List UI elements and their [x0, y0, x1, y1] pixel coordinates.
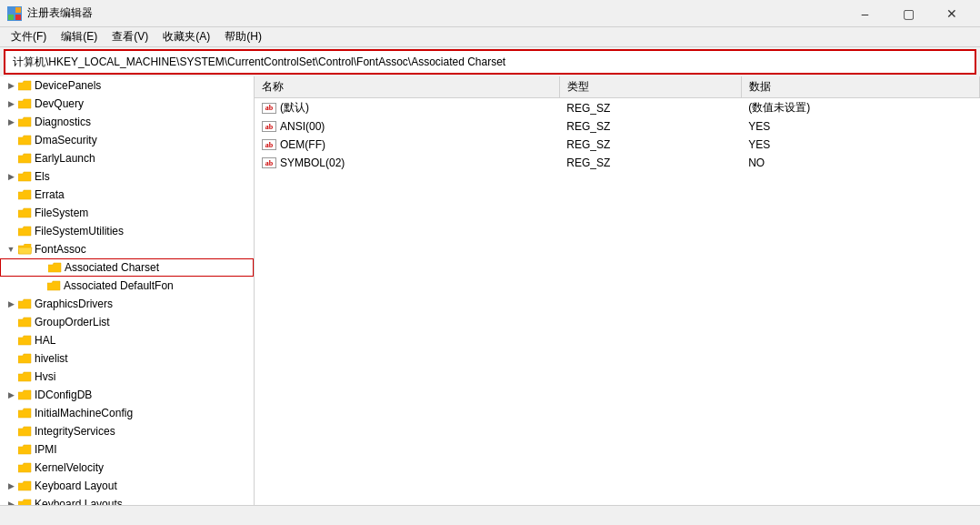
tree-label-hal: HAL [35, 334, 55, 347]
tree-label-errata: Errata [35, 188, 65, 201]
col-type[interactable]: 类型 [559, 76, 741, 98]
tree-label-devicepanels: DevicePanels [35, 79, 101, 92]
tree-label-associateddefaultfon: Associated DefaultFon [64, 279, 174, 292]
tree-label-grouporderlist: GroupOrderList [35, 316, 110, 328]
tree-folder-icon [18, 315, 33, 329]
cell-name: abOEM(FF) [255, 136, 559, 154]
tree-folder-icon [18, 151, 33, 166]
tree-item-devquery[interactable]: DevQuery [0, 95, 254, 113]
tree-item-graphicsdrivers[interactable]: GraphicsDrivers [0, 295, 254, 313]
tree-item-filesystem[interactable]: FileSystem [0, 204, 254, 222]
tree-label-diagnostics: Diagnostics [35, 116, 91, 128]
tree-item-dmasecurity[interactable]: DmaSecurity [0, 131, 254, 149]
tree-arrow-filesystemutilities [4, 224, 18, 238]
tree-item-earlylaunch[interactable]: EarlyLaunch [0, 149, 254, 167]
tree-item-kernelvelocity[interactable]: KernelVelocity [0, 459, 254, 477]
tree-item-filesystemutilities[interactable]: FileSystemUtilities [0, 222, 254, 240]
cell-name: abSYMBOL(02) [255, 154, 559, 172]
tree-arrow-fontassoc [4, 242, 18, 257]
tree-item-ipmi[interactable]: IPMI [0, 440, 254, 459]
tree-folder-icon [18, 78, 33, 93]
tree-item-integrityservices[interactable]: IntegrityServices [0, 422, 254, 440]
tree-arrow-graphicsdrivers [4, 297, 18, 311]
tree-label-filesystem: FileSystem [35, 207, 88, 219]
tree-arrow-associateddefaultfon [33, 278, 47, 293]
tree-label-hivelist: hivelist [35, 352, 68, 365]
tree-arrow-ipmi [4, 442, 18, 457]
tree-arrow-kernelvelocity [4, 460, 18, 475]
tree-label-earlylaunch: EarlyLaunch [35, 152, 95, 165]
registry-table: 名称 类型 数据 ab(默认)REG_SZ(数值未设置)abANSI(00)RE… [255, 76, 980, 172]
title-bar: 注册表编辑器 ‒ ▢ ✕ [0, 0, 980, 27]
cell-type: REG_SZ [559, 136, 741, 154]
tree-item-hvsi[interactable]: Hvsi [0, 368, 254, 386]
tree-item-hivelist[interactable]: hivelist [0, 349, 254, 368]
tree-folder-icon [18, 297, 33, 311]
tree-item-hal[interactable]: HAL [0, 331, 254, 349]
tree-item-diagnostics[interactable]: Diagnostics [0, 113, 254, 131]
cell-data: NO [741, 154, 979, 172]
tree-label-idconfigdb: IDConfigDB [35, 389, 92, 401]
tree-item-keyboardlayouts[interactable]: Keyboard Layouts [0, 495, 254, 505]
menu-item-v[interactable]: 查看(V) [105, 27, 155, 46]
tree-folder-icon [18, 388, 33, 402]
app-icon [7, 6, 22, 21]
tree-item-fontassoc[interactable]: FontAssoc [0, 240, 254, 258]
tree-item-associateddefaultfon[interactable]: Associated DefaultFon [0, 277, 254, 295]
cell-data: YES [741, 117, 979, 136]
tree-item-errata[interactable]: Errata [0, 186, 254, 204]
maximize-button[interactable]: ▢ [887, 0, 929, 27]
col-data[interactable]: 数据 [741, 76, 979, 98]
title-controls: ‒ ▢ ✕ [844, 0, 973, 27]
cell-name: abANSI(00) [255, 117, 559, 136]
menu-bar: 文件(F)编辑(E)查看(V)收藏夹(A)帮助(H) [0, 27, 980, 47]
tree-folder-icon [47, 278, 62, 293]
cell-data: YES [741, 136, 979, 154]
menu-item-f[interactable]: 文件(F) [4, 27, 54, 46]
tree-folder-icon [18, 224, 33, 238]
tree-item-initialmachineconfig[interactable]: InitialMachineConfig [0, 404, 254, 422]
tree-folder-icon [18, 242, 33, 257]
svg-rect-1 [15, 7, 21, 13]
tree-item-els[interactable]: Els [0, 167, 254, 186]
tree-item-keyboardlayout[interactable]: Keyboard Layout [0, 477, 254, 495]
tree-item-idconfigdb[interactable]: IDConfigDB [0, 386, 254, 404]
menu-item-a[interactable]: 收藏夹(A) [155, 27, 217, 46]
close-button[interactable]: ✕ [931, 0, 973, 27]
tree-arrow-associatedcharset [34, 260, 48, 275]
title-bar-left: 注册表编辑器 [7, 5, 93, 21]
cell-type: REG_SZ [559, 117, 741, 136]
tree-arrow-els [4, 169, 18, 184]
tree-folder-icon [18, 187, 33, 202]
cell-name: ab(默认) [255, 98, 559, 118]
tree-arrow-idconfigdb [4, 388, 18, 402]
table-row[interactable]: abSYMBOL(02)REG_SZNO [255, 154, 980, 172]
tree-label-keyboardlayout: Keyboard Layout [35, 480, 117, 492]
tree-item-associatedcharset[interactable]: Associated Charset [0, 258, 254, 277]
tree-panel[interactable]: DevicePanelsDevQueryDiagnosticsDmaSecuri… [0, 76, 255, 505]
tree-arrow-keyboardlayout [4, 479, 18, 493]
tree-folder-icon [18, 497, 33, 505]
tree-arrow-hvsi [4, 369, 18, 384]
tree-folder-icon [18, 351, 33, 366]
tree-label-keyboardlayouts: Keyboard Layouts [35, 498, 123, 505]
tree-item-devicepanels[interactable]: DevicePanels [0, 76, 254, 95]
minimize-button[interactable]: ‒ [844, 0, 885, 27]
tree-label-initialmachineconfig: InitialMachineConfig [35, 407, 133, 419]
table-row[interactable]: abOEM(FF)REG_SZYES [255, 136, 980, 154]
tree-label-ipmi: IPMI [35, 443, 57, 456]
tree-folder-icon [18, 333, 33, 348]
table-row[interactable]: abANSI(00)REG_SZYES [255, 117, 980, 136]
tree-label-dmasecurity: DmaSecurity [35, 134, 97, 146]
tree-arrow-devquery [4, 96, 18, 111]
menu-item-e[interactable]: 编辑(E) [54, 27, 105, 46]
status-bar [0, 505, 980, 525]
menu-item-h[interactable]: 帮助(H) [217, 27, 269, 46]
tree-label-fontassoc: FontAssoc [35, 243, 86, 256]
right-panel[interactable]: 名称 类型 数据 ab(默认)REG_SZ(数值未设置)abANSI(00)RE… [255, 76, 980, 505]
tree-item-grouporderlist[interactable]: GroupOrderList [0, 313, 254, 331]
tree-folder-icon [18, 479, 33, 493]
tree-label-els: Els [35, 170, 50, 183]
table-row[interactable]: ab(默认)REG_SZ(数值未设置) [255, 98, 980, 118]
col-name[interactable]: 名称 [255, 76, 559, 98]
